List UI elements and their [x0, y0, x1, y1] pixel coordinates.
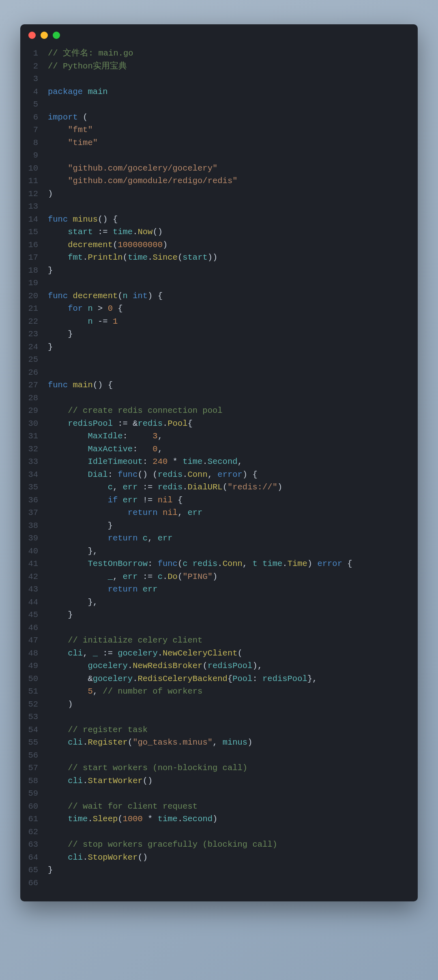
code-line[interactable]: 48 cli, _ := gocelery.NewCeleryClient( — [20, 647, 418, 660]
code-content[interactable]: } — [48, 608, 418, 621]
code-line[interactable]: 18} — [20, 264, 418, 277]
code-line[interactable]: 54 // register task — [20, 724, 418, 737]
code-line[interactable]: 62 — [20, 826, 418, 839]
code-line[interactable]: 27func main() { — [20, 379, 418, 392]
code-line[interactable]: 15 start := time.Now() — [20, 226, 418, 239]
code-line[interactable]: 33 IdleTimeout: 240 * time.Second, — [20, 455, 418, 468]
code-line[interactable]: 41 TestOnBorrow: func(c redis.Conn, t ti… — [20, 557, 418, 570]
code-line[interactable]: 55 cli.Register("go_tasks.minus", minus) — [20, 736, 418, 749]
code-line[interactable]: 46 — [20, 621, 418, 634]
code-line[interactable]: 11 "github.com/gomodule/redigo/redis" — [20, 175, 418, 188]
code-line[interactable]: 1// 文件名: main.go — [20, 47, 418, 60]
code-content[interactable]: return nil, err — [48, 506, 418, 519]
code-line[interactable]: 51 5, // number of workers — [20, 685, 418, 698]
code-content[interactable]: func decrement(n int) { — [48, 290, 418, 303]
code-content[interactable] — [48, 366, 418, 379]
code-line[interactable]: 9 — [20, 149, 418, 162]
code-content[interactable]: for n > 0 { — [48, 302, 418, 315]
code-content[interactable]: _, err := c.Do("PING") — [48, 570, 418, 583]
code-line[interactable]: 59 — [20, 787, 418, 800]
code-line[interactable]: 13 — [20, 200, 418, 213]
code-content[interactable]: if err != nil { — [48, 494, 418, 507]
code-content[interactable]: // create redis connection pool — [48, 404, 418, 417]
window-close-dot[interactable] — [28, 32, 36, 39]
code-content[interactable]: // wait for client request — [48, 800, 418, 813]
code-line[interactable]: 26 — [20, 366, 418, 379]
code-content[interactable]: start := time.Now() — [48, 226, 418, 239]
code-content[interactable] — [48, 353, 418, 366]
code-content[interactable]: n -= 1 — [48, 315, 418, 328]
code-content[interactable]: c, err := redis.DialURL("redis://") — [48, 481, 418, 494]
code-line[interactable]: 24} — [20, 341, 418, 354]
code-content[interactable]: MaxActive: 0, — [48, 443, 418, 456]
code-line[interactable]: 5 — [20, 98, 418, 111]
code-line[interactable]: 39 return c, err — [20, 532, 418, 545]
code-content[interactable]: return c, err — [48, 532, 418, 545]
code-line[interactable]: 50 &gocelery.RedisCeleryBackend{Pool: re… — [20, 673, 418, 685]
code-content[interactable] — [48, 73, 418, 85]
code-line[interactable]: 2// Python实用宝典 — [20, 60, 418, 73]
code-line[interactable]: 37 return nil, err — [20, 506, 418, 519]
code-content[interactable]: "github.com/gomodule/redigo/redis" — [48, 175, 418, 188]
code-content[interactable] — [48, 787, 418, 800]
code-content[interactable]: ) — [48, 698, 418, 711]
window-minimize-dot[interactable] — [41, 32, 48, 39]
code-line[interactable]: 17 fmt.Println(time.Since(start)) — [20, 251, 418, 264]
code-content[interactable]: cli.Register("go_tasks.minus", minus) — [48, 736, 418, 749]
code-content[interactable] — [48, 98, 418, 111]
code-content[interactable] — [48, 200, 418, 213]
code-line[interactable]: 14func minus() { — [20, 213, 418, 226]
code-content[interactable]: package main — [48, 85, 418, 98]
code-content[interactable]: "time" — [48, 137, 418, 149]
code-content[interactable]: cli.StopWorker() — [48, 851, 418, 864]
code-content[interactable]: IdleTimeout: 240 * time.Second, — [48, 455, 418, 468]
code-line[interactable]: 45 } — [20, 608, 418, 621]
code-line[interactable]: 47 // initialize celery client — [20, 634, 418, 647]
code-content[interactable]: // 文件名: main.go — [48, 47, 418, 60]
code-content[interactable]: // Python实用宝典 — [48, 60, 418, 73]
code-line[interactable]: 21 for n > 0 { — [20, 302, 418, 315]
code-line[interactable]: 3 — [20, 73, 418, 85]
code-content[interactable] — [48, 277, 418, 290]
code-line[interactable]: 31 MaxIdle: 3, — [20, 430, 418, 443]
code-line[interactable]: 57 // start workers (non-blocking call) — [20, 762, 418, 775]
code-content[interactable]: // stop workers gracefully (blocking cal… — [48, 838, 418, 851]
code-line[interactable]: 52 ) — [20, 698, 418, 711]
code-content[interactable]: import ( — [48, 111, 418, 124]
code-line[interactable]: 16 decrement(100000000) — [20, 239, 418, 252]
code-content[interactable]: "github.com/gocelery/gocelery" — [48, 162, 418, 175]
code-line[interactable]: 10 "github.com/gocelery/gocelery" — [20, 162, 418, 175]
code-line[interactable]: 29 // create redis connection pool — [20, 404, 418, 417]
code-content[interactable] — [48, 877, 418, 890]
code-content[interactable] — [48, 621, 418, 634]
code-content[interactable]: } — [48, 328, 418, 341]
code-line[interactable]: 64 cli.StopWorker() — [20, 851, 418, 864]
code-line[interactable]: 66 — [20, 877, 418, 890]
code-content[interactable]: } — [48, 519, 418, 532]
code-line[interactable]: 58 cli.StartWorker() — [20, 775, 418, 788]
code-content[interactable]: // register task — [48, 724, 418, 737]
code-content[interactable] — [48, 749, 418, 762]
code-content[interactable] — [48, 711, 418, 724]
code-line[interactable]: 65} — [20, 864, 418, 877]
code-line[interactable]: 22 n -= 1 — [20, 315, 418, 328]
code-content[interactable]: MaxIdle: 3, — [48, 430, 418, 443]
code-line[interactable]: 30 redisPool := &redis.Pool{ — [20, 417, 418, 430]
code-content[interactable]: // initialize celery client — [48, 634, 418, 647]
code-content[interactable]: fmt.Println(time.Since(start)) — [48, 251, 418, 264]
code-line[interactable]: 38 } — [20, 519, 418, 532]
code-content[interactable]: gocelery.NewRedisBroker(redisPool), — [48, 660, 418, 673]
code-content[interactable]: return err — [48, 583, 418, 596]
code-content[interactable]: 5, // number of workers — [48, 685, 418, 698]
code-line[interactable]: 25 — [20, 353, 418, 366]
code-line[interactable]: 19 — [20, 277, 418, 290]
code-line[interactable]: 34 Dial: func() (redis.Conn, error) { — [20, 468, 418, 481]
code-line[interactable]: 43 return err — [20, 583, 418, 596]
code-line[interactable]: 56 — [20, 749, 418, 762]
code-editor[interactable]: 1// 文件名: main.go2// Python实用宝典34package … — [20, 43, 418, 901]
code-line[interactable]: 23 } — [20, 328, 418, 341]
code-content[interactable]: } — [48, 264, 418, 277]
code-content[interactable]: // start workers (non-blocking call) — [48, 762, 418, 775]
code-content[interactable]: }, — [48, 545, 418, 558]
code-content[interactable]: func minus() { — [48, 213, 418, 226]
